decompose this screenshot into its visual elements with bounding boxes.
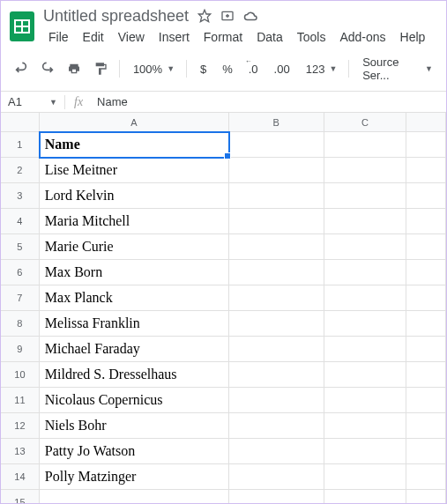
row-header[interactable]: 15 <box>1 490 40 504</box>
cell[interactable]: Nicolaus Copernicus <box>40 388 229 413</box>
cell[interactable]: Lord Kelvin <box>40 183 229 209</box>
cell[interactable] <box>406 183 446 209</box>
menu-file[interactable]: File <box>43 27 74 47</box>
cell[interactable]: Marie Curie <box>40 234 229 260</box>
cell[interactable] <box>229 285 324 311</box>
cell[interactable] <box>324 388 407 413</box>
row-header[interactable]: 3 <box>1 183 40 209</box>
cell[interactable]: Max Planck <box>40 285 229 311</box>
col-header-b[interactable]: B <box>229 113 324 131</box>
name-box[interactable]: A1▼ <box>1 95 64 108</box>
cell[interactable]: Max Born <box>40 260 229 285</box>
redo-icon[interactable] <box>36 58 59 79</box>
cell[interactable] <box>40 490 229 504</box>
row-header[interactable]: 10 <box>1 362 40 388</box>
row-header[interactable]: 14 <box>1 464 40 490</box>
cell[interactable] <box>324 209 407 234</box>
cell[interactable] <box>406 439 446 464</box>
cell[interactable]: Mildred S. Dresselhaus <box>40 362 229 388</box>
row-header[interactable]: 4 <box>1 209 40 234</box>
cell[interactable] <box>324 490 407 504</box>
cell[interactable] <box>324 260 407 285</box>
cell[interactable] <box>229 388 324 413</box>
row-header[interactable]: 12 <box>1 413 40 439</box>
row-header[interactable]: 5 <box>1 234 40 260</box>
cell[interactable] <box>229 209 324 234</box>
cell[interactable] <box>406 234 446 260</box>
cell[interactable] <box>406 362 446 388</box>
cell[interactable] <box>229 413 324 439</box>
cell[interactable] <box>406 388 446 413</box>
row-header[interactable]: 8 <box>1 311 40 337</box>
cell[interactable] <box>229 183 324 209</box>
col-header-d[interactable] <box>406 113 446 131</box>
col-header-c[interactable]: C <box>324 113 407 131</box>
cell[interactable]: Niels Bohr <box>40 413 229 439</box>
row-header[interactable]: 6 <box>1 260 40 285</box>
cell[interactable] <box>229 337 324 362</box>
cloud-icon[interactable] <box>243 9 259 23</box>
row-header[interactable]: 9 <box>1 337 40 362</box>
paint-format-icon[interactable] <box>89 58 112 79</box>
doc-title[interactable]: Untitled spreadsheet <box>43 7 189 26</box>
cell[interactable]: Polly Matzinger <box>40 464 229 490</box>
cell[interactable] <box>229 132 324 158</box>
cell[interactable] <box>324 337 407 362</box>
cell[interactable] <box>324 439 407 464</box>
cell[interactable] <box>229 260 324 285</box>
font-dropdown[interactable]: Source Ser...▼ <box>356 52 437 85</box>
cell[interactable] <box>324 413 407 439</box>
formula-input[interactable]: Name <box>92 95 133 108</box>
menu-data[interactable]: Data <box>251 27 288 47</box>
percent-button[interactable]: % <box>216 59 239 79</box>
cell[interactable]: Melissa Franklin <box>40 311 229 337</box>
move-icon[interactable] <box>220 9 235 23</box>
cell[interactable]: Lise Meitner <box>40 158 229 183</box>
select-all-corner[interactable] <box>1 113 40 131</box>
cell[interactable] <box>406 132 446 158</box>
cell[interactable] <box>406 158 446 183</box>
cell[interactable] <box>406 311 446 337</box>
cell[interactable] <box>324 285 407 311</box>
menu-help[interactable]: Help <box>395 27 431 47</box>
row-header[interactable]: 11 <box>1 388 40 413</box>
cell[interactable] <box>229 311 324 337</box>
menu-add-ons[interactable]: Add-ons <box>334 27 391 47</box>
menu-tools[interactable]: Tools <box>292 27 332 47</box>
col-header-a[interactable]: A <box>40 113 229 131</box>
cell[interactable] <box>406 209 446 234</box>
cell[interactable] <box>324 132 407 158</box>
currency-button[interactable]: $ <box>194 59 212 79</box>
cell[interactable] <box>406 413 446 439</box>
cell[interactable] <box>406 260 446 285</box>
cell[interactable] <box>229 158 324 183</box>
star-icon[interactable] <box>197 9 212 23</box>
cell[interactable] <box>406 464 446 490</box>
print-icon[interactable] <box>63 58 86 79</box>
cell[interactable]: Patty Jo Watson <box>40 439 229 464</box>
cell[interactable] <box>406 337 446 362</box>
cell[interactable]: Michael Faraday <box>40 337 229 362</box>
row-header[interactable]: 13 <box>1 439 40 464</box>
sheets-logo[interactable] <box>8 9 36 44</box>
cell[interactable] <box>406 285 446 311</box>
zoom-dropdown[interactable]: 100%▼ <box>127 59 179 79</box>
cell[interactable] <box>324 183 407 209</box>
cell[interactable]: Maria Mitchell <box>40 209 229 234</box>
undo-icon[interactable] <box>10 58 33 79</box>
row-header[interactable]: 1 <box>1 132 40 158</box>
menu-view[interactable]: View <box>113 27 150 47</box>
menu-format[interactable]: Format <box>198 27 248 47</box>
increase-decimal-button[interactable]: .00 <box>268 59 296 79</box>
cell[interactable] <box>229 439 324 464</box>
cell[interactable] <box>229 490 324 504</box>
cell[interactable]: Name <box>40 132 229 158</box>
cell[interactable] <box>324 464 407 490</box>
cell[interactable] <box>229 464 324 490</box>
number-format-dropdown[interactable]: 123▼ <box>300 59 342 79</box>
cell[interactable] <box>406 490 446 504</box>
menu-insert[interactable]: Insert <box>153 27 195 47</box>
row-header[interactable]: 7 <box>1 285 40 311</box>
cell[interactable] <box>324 234 407 260</box>
cell[interactable] <box>229 234 324 260</box>
